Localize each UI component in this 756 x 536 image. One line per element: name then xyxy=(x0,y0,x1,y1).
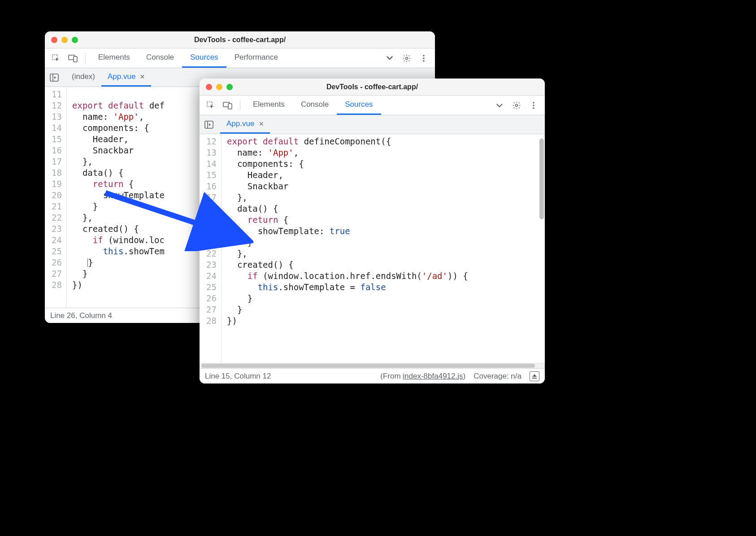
tab-sources[interactable]: Sources xyxy=(182,48,226,68)
window-title: DevTools - coffee-cart.app/ xyxy=(200,83,545,91)
sourcemap-origin: (From index-8bfa4912.js) xyxy=(380,372,465,381)
maximize-window-button[interactable] xyxy=(226,84,233,90)
file-tab-app-vue[interactable]: App.vue × xyxy=(101,68,151,87)
svg-rect-18 xyxy=(532,378,537,379)
line-gutter: 1213141516171819202122232425262728 xyxy=(200,134,222,363)
toolbar-separator xyxy=(240,100,240,110)
svg-point-12 xyxy=(516,104,518,106)
vertical-scrollbar[interactable] xyxy=(539,139,544,219)
svg-point-13 xyxy=(533,102,534,104)
scrollbar-thumb[interactable] xyxy=(201,364,535,368)
kebab-menu-icon[interactable] xyxy=(416,51,431,66)
traffic-lights xyxy=(200,84,233,90)
close-window-button[interactable] xyxy=(51,37,57,43)
file-tab-label: App.vue xyxy=(226,119,254,128)
device-toolbar-icon[interactable] xyxy=(220,98,235,113)
kebab-menu-icon[interactable] xyxy=(526,98,541,113)
panel-tabs: Elements Console Sources xyxy=(245,96,490,115)
more-tabs-button[interactable] xyxy=(382,51,397,66)
main-toolbar: Elements Console Sources xyxy=(200,96,545,115)
svg-rect-11 xyxy=(228,104,232,109)
close-tab-icon[interactable]: × xyxy=(259,120,264,128)
tab-sources[interactable]: Sources xyxy=(337,96,381,115)
file-tab-index[interactable]: (index) xyxy=(65,68,101,87)
tab-elements[interactable]: Elements xyxy=(245,96,293,115)
line-gutter: 111213141516171819202122232425262728 xyxy=(45,87,67,308)
device-toolbar-icon[interactable] xyxy=(65,51,81,66)
panel-tabs: Elements Console Sources Performance xyxy=(90,48,380,68)
file-tabs-bar: App.vue × xyxy=(200,115,545,134)
svg-point-14 xyxy=(533,105,534,106)
horizontal-scrollbar[interactable] xyxy=(200,363,545,368)
show-navigator-icon[interactable] xyxy=(48,71,61,84)
more-tabs-button[interactable] xyxy=(492,98,507,113)
file-tab-label: App.vue xyxy=(108,72,135,81)
code-content[interactable]: export default defineComponent({ name: '… xyxy=(222,134,545,363)
inspect-element-icon[interactable] xyxy=(48,51,64,66)
minimize-window-button[interactable] xyxy=(61,37,68,43)
toolbar-separator xyxy=(85,53,86,63)
file-tab-app-vue[interactable]: App.vue × xyxy=(220,115,270,134)
window-title: DevTools - coffee-cart.app/ xyxy=(45,36,435,44)
tab-performance[interactable]: Performance xyxy=(226,48,286,68)
svg-point-3 xyxy=(406,57,408,59)
file-tab-label: (index) xyxy=(72,72,95,81)
traffic-lights xyxy=(45,37,78,43)
svg-point-4 xyxy=(423,55,425,57)
cursor-position: Line 15, Column 12 xyxy=(205,372,271,381)
coverage-status: Coverage: n/a xyxy=(474,372,521,381)
tab-console[interactable]: Console xyxy=(138,48,182,68)
main-toolbar: Elements Console Sources Performance xyxy=(45,48,435,68)
tab-console[interactable]: Console xyxy=(293,96,337,115)
sourcemap-link[interactable]: index-8bfa4912.js xyxy=(403,372,463,380)
drawer-toggle-icon[interactable] xyxy=(530,371,539,381)
settings-gear-icon[interactable] xyxy=(399,51,414,66)
svg-point-6 xyxy=(423,60,425,62)
devtools-window-front: DevTools - coffee-cart.app/ Elements Con… xyxy=(200,78,545,383)
settings-gear-icon[interactable] xyxy=(509,98,524,113)
svg-point-5 xyxy=(423,57,425,59)
inspect-element-icon[interactable] xyxy=(203,98,218,113)
cursor-position: Line 26, Column 4 xyxy=(50,311,112,320)
svg-point-15 xyxy=(533,107,534,109)
show-navigator-icon[interactable] xyxy=(202,118,216,131)
titlebar[interactable]: DevTools - coffee-cart.app/ xyxy=(45,31,435,48)
close-tab-icon[interactable]: × xyxy=(140,73,145,81)
source-editor[interactable]: 1213141516171819202122232425262728 expor… xyxy=(200,134,545,363)
statusbar: Line 15, Column 12 (From index-8bfa4912.… xyxy=(200,368,545,383)
minimize-window-button[interactable] xyxy=(216,84,222,90)
maximize-window-button[interactable] xyxy=(72,37,78,43)
tab-elements[interactable]: Elements xyxy=(90,48,138,68)
close-window-button[interactable] xyxy=(206,84,212,90)
svg-rect-2 xyxy=(74,57,77,62)
titlebar[interactable]: DevTools - coffee-cart.app/ xyxy=(200,78,545,96)
